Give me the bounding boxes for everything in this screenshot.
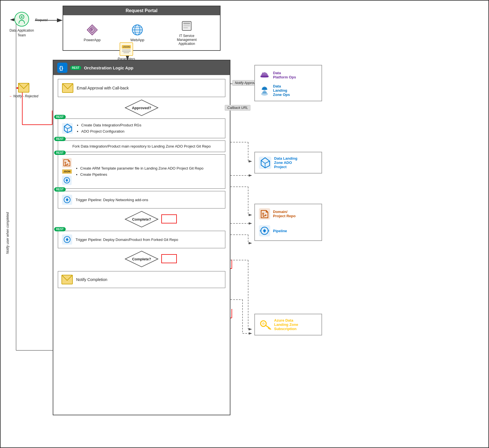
data-landing-zone-ops-item: Data Landing Zone Ops [259, 84, 318, 97]
step3-wrapper: REST JSON [58, 154, 225, 189]
key-icon [259, 319, 271, 331]
notify-completion-box: Notify Completion [58, 271, 225, 288]
notify-user-label: Notify user when completed [6, 212, 10, 254]
request-label: Request [35, 18, 48, 22]
subscription-label: Azure Data Landing Zone Subscription [274, 318, 298, 331]
data-landing-zone-ops-label: Data Landing Zone Ops [273, 84, 290, 97]
svg-text:Complete?: Complete? [132, 257, 151, 261]
svg-rect-63 [183, 23, 190, 24]
complete-red-box2 [161, 254, 177, 263]
step3-bullet1: Create ARM Template parameter file in La… [80, 165, 204, 172]
envelope-icon [62, 83, 73, 93]
webapp-label: WebApp [130, 38, 144, 42]
rest-badge-step3: REST [54, 151, 66, 155]
svg-point-82 [66, 199, 68, 201]
svg-point-79 [66, 179, 68, 181]
envelope-rejected-icon [18, 83, 29, 93]
svg-text:Approved?: Approved? [132, 106, 151, 110]
rest-badge-step1: REST [54, 115, 66, 119]
step2-box: Fork Data Integration/Product main repos… [58, 140, 225, 152]
subscription-item: Azure Data Landing Zone Subscription [259, 318, 318, 331]
diagram-container: ♻ Data Application Team Request Request … [0, 0, 489, 448]
email-approval-box: Email Approval with Call-back [58, 79, 225, 97]
ado-icon-step1 [62, 123, 73, 134]
rest-badge-step5: REST [54, 227, 66, 231]
itsm-item: IT Service Management Application [174, 20, 199, 46]
hard-hat-purple-icon [259, 69, 270, 81]
step1-wrapper: REST Create Data Integration/Product RGs… [58, 118, 225, 138]
right-box-ado: Data Landing Zone ADO Project [254, 152, 322, 174]
domain-repo-label: Domain/ Project Repo [273, 210, 296, 218]
json-badge-step3: JSON [62, 169, 72, 174]
svg-point-111 [262, 322, 265, 325]
data-platform-ops-label: Data Platform Ops [273, 71, 296, 79]
svg-point-109 [268, 230, 269, 232]
json-badge: JSON [122, 45, 131, 49]
svg-text:{}: {} [59, 65, 63, 71]
notify-rejected-label: ← Notify - Rejected [9, 94, 38, 98]
svg-rect-64 [183, 25, 190, 26]
data-platform-ops-item: Data Platform Ops [259, 69, 318, 81]
hard-hat-blue-icon [259, 85, 270, 96]
svg-point-104 [265, 214, 266, 216]
rest-badge-header: REST [70, 66, 81, 70]
powerapp-item: P PowerApp [84, 24, 101, 42]
pipeline-item: Pipeline [259, 225, 318, 236]
request-portal-body: P PowerApp WebApp [63, 15, 220, 50]
itsm-label: IT Service Management Application [174, 34, 199, 46]
step5-wrapper: REST Trigger Pipeline: Deploy Domain/Pro… [58, 231, 225, 248]
itsm-icon [180, 20, 193, 32]
step4-title: Trigger Pipeline: Deploy Networking add-… [76, 198, 148, 202]
complete-diamond1-wrapper: Complete? [53, 211, 230, 229]
right-box-approvers: Data Platform Ops Data Landing Zone Ops [254, 65, 322, 101]
notify-rejected-section: ← Notify - Rejected [9, 83, 38, 98]
step2-title: Fork Data Integration/Product main repos… [72, 144, 211, 148]
pipeline-icon-step3 [62, 175, 72, 185]
step3-bullets: Create ARM Template parameter file in La… [75, 165, 204, 178]
svg-point-108 [260, 230, 261, 232]
pipeline-label: Pipeline [273, 229, 287, 233]
orchestration-title: Orchestration Logic App [84, 65, 133, 70]
step3-icons: JSON [62, 158, 72, 185]
data-app-team-label: Data Application Team [9, 28, 34, 38]
right-box-repo-pipeline: Domain/ Project Repo Pipeline [254, 204, 322, 241]
pipeline-icon-step5 [62, 234, 72, 245]
powerapp-label: PowerApp [84, 38, 101, 42]
orchestration-box: {} REST Orchestration Logic App Email Ap… [53, 60, 230, 415]
step1-bullet2: ADO Project Configuration [81, 128, 141, 135]
ado-project-item: Data Landing Zone ADO Project [259, 156, 318, 169]
step1-bullets: Create Data Integration/Product RGs ADO … [76, 122, 141, 135]
svg-point-101 [262, 213, 264, 215]
step1-box: Create Data Integration/Product RGs ADO … [58, 118, 225, 138]
powerapp-icon: P [86, 24, 98, 36]
svg-point-76 [67, 164, 69, 165]
svg-point-107 [263, 230, 266, 232]
svg-rect-94 [262, 72, 263, 74]
person-icon: ♻ [14, 12, 29, 27]
svg-text:♻: ♻ [21, 16, 23, 19]
step5-box: Trigger Pipeline: Deploy Domain/Product … [58, 231, 225, 248]
pipeline-icon-step4 [62, 195, 72, 205]
pipeline-icon-right [259, 225, 270, 236]
logic-app-icon: {} [57, 63, 67, 73]
email-approval-title: Email Approval with Call-back [77, 86, 129, 90]
step5-title: Trigger Pipeline: Deploy Domain/Product … [76, 238, 178, 242]
notify-completion-title: Notify Completion [76, 277, 107, 282]
orchestration-header: {} REST Orchestration Logic App [53, 60, 230, 75]
request-portal-box: Request Portal P PowerApp [63, 6, 221, 51]
right-box-subscription: Azure Data Landing Zone Subscription [254, 314, 322, 335]
envelope-notify-icon [61, 275, 73, 284]
complete-diamond2: Complete? [125, 251, 158, 268]
step2-wrapper: REST Fork Data Integration/Product main … [58, 140, 225, 152]
approved-diamond-wrapper: Approved? [53, 99, 230, 116]
svg-rect-97 [262, 89, 267, 90]
svg-text:P: P [91, 28, 93, 32]
step1-bullet1: Create Data Integration/Product RGs [81, 122, 141, 128]
rest-badge-step2: REST [54, 137, 66, 141]
step4-wrapper: REST Trigger Pipeline: Deploy Networking… [58, 191, 225, 208]
ado-project-label: Data Landing Zone ADO Project [274, 156, 297, 169]
parameters-icon: JSON [120, 42, 133, 56]
svg-rect-65 [183, 27, 188, 28]
step3-box: JSON Create ARM Template parameter file … [58, 154, 225, 189]
domain-repo-item: Domain/ Project Repo [259, 208, 318, 219]
